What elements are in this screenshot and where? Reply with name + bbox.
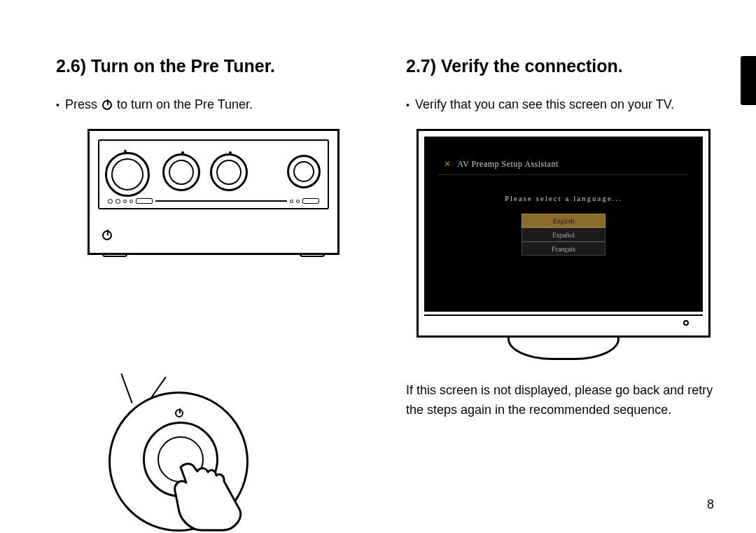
pre-tuner-illustration [74,129,354,255]
heading-2-7: 2.7) Verify the connection. [406,56,721,76]
instruction-press-power: • Press to turn on the Pre Tuner. [56,96,371,113]
port-icon [115,199,120,204]
port-row [108,198,319,204]
divider [438,174,689,175]
power-button-callout [108,392,248,532]
bullet-dot: • [56,99,59,113]
disc-slot-icon [155,200,287,202]
power-icon [102,100,112,110]
text-turn-on: to turn on the Pre Tuner. [117,97,253,111]
port-icon [108,199,113,204]
port-icon [296,200,300,203]
text-verify: Verify that you can see this screen on y… [415,96,674,113]
port-icon [302,198,319,204]
instruction-verify: • Verify that you can see this screen on… [406,96,721,113]
heading-2-6: 2.6) Turn on the Pre Tuner. [56,56,371,76]
setup-assistant-title: ✕ AV Preamp Setup Assistant [444,159,559,169]
language-option-english: English [522,214,606,228]
note-not-displayed: If this screen is not displayed, please … [406,381,721,420]
device-foot [300,253,325,257]
callout-line [120,373,132,403]
hand-pressing-icon [174,460,258,533]
device-foot [102,253,127,257]
section-verify-connection: 2.7) Verify the connection. • Verify tha… [406,56,721,505]
language-option-francais: Français [522,242,606,256]
port-icon [123,200,127,203]
tv-stand [507,338,620,360]
language-list: English Español Français [522,214,606,256]
port-icon [136,198,153,204]
bullet-dot: • [406,99,410,113]
tv-led-icon [683,320,689,326]
knob-right [287,155,321,188]
tools-icon: ✕ [444,159,451,169]
text-press: Press [65,97,97,111]
knob-3 [210,153,248,191]
language-option-espanol: Español [522,228,606,242]
port-icon [130,200,133,203]
page-number: 8 [707,497,714,512]
section-turn-on: 2.6) Turn on the Pre Tuner. • Press to t… [56,56,371,505]
tv-bezel-bottom [424,314,703,330]
select-language-prompt: Please select a language... [424,194,703,202]
knob-2 [162,153,200,191]
main-knob-left [105,152,150,197]
port-icon [290,200,293,203]
front-power-button-icon [102,230,112,240]
power-icon [175,409,183,417]
tv-illustration: ✕ AV Preamp Setup Assistant Please selec… [416,129,710,360]
tv-screen: ✕ AV Preamp Setup Assistant Please selec… [424,137,703,312]
